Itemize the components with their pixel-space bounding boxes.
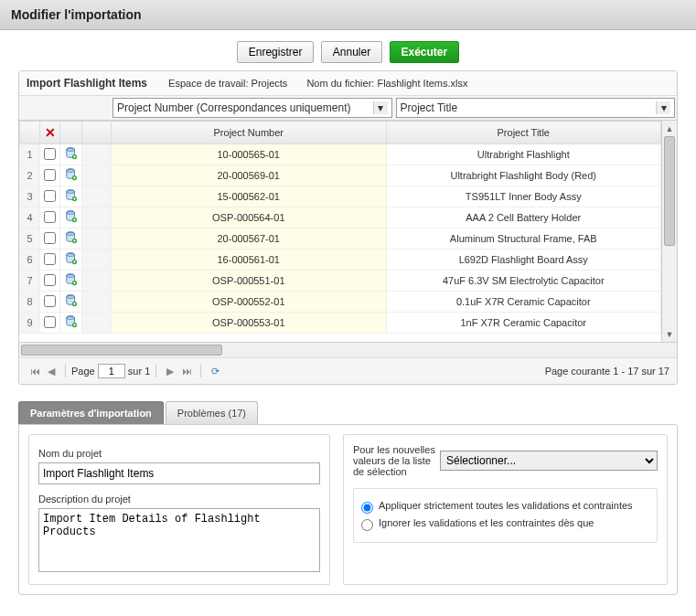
- filename-label: Nom du fichier:: [306, 78, 374, 89]
- delete-column-icon[interactable]: ✕: [45, 125, 56, 140]
- table-row[interactable]: 315-000562-01TS951LT Inner Body Assy: [20, 186, 677, 207]
- item-add-icon[interactable]: [65, 168, 78, 181]
- row-index: 3: [20, 186, 40, 207]
- tab-problems[interactable]: Problèmes (17): [166, 401, 258, 424]
- hscroll-thumb[interactable]: [21, 345, 222, 356]
- table-row[interactable]: 616-000561-01L692D Flashlight Board Assy: [20, 250, 677, 271]
- page-number-input[interactable]: [98, 364, 125, 378]
- tab-import-settings[interactable]: Paramètres d'importation: [18, 401, 164, 424]
- radio-ignore-validations[interactable]: [361, 519, 373, 531]
- row-checkbox[interactable]: [44, 211, 56, 223]
- item-add-icon[interactable]: [65, 252, 78, 265]
- table-row[interactable]: 220-000569-01Ultrabright Flashlight Body…: [20, 165, 677, 186]
- row-checkbox[interactable]: [44, 169, 56, 181]
- cell-project-title: L692D Flashlight Board Assy: [386, 250, 661, 271]
- cell-project-title: Ultrabright Flashlight: [386, 144, 661, 165]
- table-row[interactable]: 110-000565-01Ultrabright Flashlight: [20, 144, 677, 165]
- column-header-project-number[interactable]: Project Number: [112, 122, 387, 144]
- horizontal-scrollbar[interactable]: [19, 342, 677, 357]
- cell-project-number: OSP-000552-01: [112, 292, 387, 313]
- cell-project-title: AAA 2 Cell Battery Holder: [386, 207, 661, 228]
- cancel-button[interactable]: Annuler: [321, 41, 382, 63]
- pager-status: Page courante 1 - 17 sur 17: [545, 366, 669, 377]
- picklist-select[interactable]: Sélectionner...: [440, 451, 658, 471]
- page-header: Modifier l'importation: [0, 0, 696, 30]
- data-grid: ✕ Project Number Project Title 110-00056…: [19, 121, 677, 342]
- row-checkbox[interactable]: [44, 316, 56, 328]
- cell-project-title: 1nF X7R Ceramic Capacitor: [386, 313, 661, 334]
- cell-project-title: TS951LT Inner Body Assy: [386, 186, 661, 207]
- scroll-down-icon[interactable]: ▼: [662, 326, 677, 342]
- column-mapping-select-2[interactable]: Project Title ▾: [396, 98, 676, 118]
- next-page-button[interactable]: ▶: [163, 364, 177, 378]
- row-checkbox[interactable]: [44, 253, 56, 265]
- cell-project-title: Aluminum Structural Frame, FAB: [386, 228, 661, 250]
- chevron-down-icon: ▾: [656, 101, 670, 114]
- row-checkbox[interactable]: [44, 295, 56, 307]
- table-row[interactable]: 8OSP-000552-010.1uF X7R Ceramic Capacito…: [20, 292, 677, 313]
- cell-project-number: OSP-000551-01: [112, 271, 387, 292]
- radio-strict-validations[interactable]: [361, 502, 373, 514]
- page-title: Modifier l'importation: [11, 7, 685, 22]
- item-add-icon[interactable]: [65, 210, 78, 223]
- refresh-button[interactable]: ⟳: [208, 364, 222, 378]
- import-name: Import Flashlight Items: [27, 77, 147, 90]
- row-index: 8: [20, 292, 40, 313]
- row-checkbox[interactable]: [44, 274, 56, 286]
- scroll-thumb[interactable]: [664, 136, 675, 246]
- filename-value: Flashlight Items.xlsx: [377, 78, 467, 89]
- project-desc-label: Description du projet: [38, 494, 320, 504]
- vertical-scrollbar[interactable]: ▲ ▼: [661, 121, 677, 342]
- cell-project-number: 15-000562-01: [112, 186, 387, 207]
- item-add-icon[interactable]: [65, 273, 78, 286]
- item-add-icon[interactable]: [65, 294, 78, 307]
- item-add-icon[interactable]: [65, 315, 78, 328]
- row-checkbox[interactable]: [44, 232, 56, 244]
- cell-project-title: 47uF 6.3V SM Electrolytic Capacitor: [386, 271, 661, 292]
- workspace-value: Projects: [252, 78, 288, 89]
- table-row[interactable]: 520-000567-01Aluminum Structural Frame, …: [20, 228, 677, 250]
- project-desc-textarea[interactable]: Import Item Details of Flashlight Produc…: [38, 508, 320, 572]
- row-index: 1: [20, 144, 40, 165]
- row-index: 2: [20, 165, 40, 186]
- page-label-post: sur 1: [128, 366, 150, 377]
- row-index: 5: [20, 228, 40, 250]
- row-index: 6: [20, 250, 40, 271]
- column-mapping-select-1[interactable]: Project Number (Correspondances uniqueme…: [112, 98, 392, 118]
- cell-project-title: 0.1uF X7R Ceramic Capacitor: [386, 292, 661, 313]
- item-add-icon[interactable]: [65, 147, 78, 160]
- options-panel: Pour les nouvelles valeurs de la liste d…: [343, 434, 668, 585]
- save-button[interactable]: Enregistrer: [237, 41, 315, 63]
- cell-project-number: OSP-000553-01: [112, 313, 387, 334]
- table-row[interactable]: 4OSP-000564-01AAA 2 Cell Battery Holder: [20, 207, 677, 228]
- workspace-label: Espace de travail:: [168, 78, 248, 89]
- first-page-button[interactable]: ⏮: [27, 364, 42, 378]
- row-checkbox[interactable]: [44, 148, 56, 160]
- project-info-panel: Nom du projet Description du projet Impo…: [28, 434, 330, 585]
- radio-strict-label: Appliquer strictement toutes les validat…: [379, 500, 633, 511]
- item-add-icon[interactable]: [65, 231, 78, 244]
- project-name-label: Nom du projet: [38, 448, 320, 459]
- table-row[interactable]: 9OSP-000553-011nF X7R Ceramic Capacitor: [20, 313, 677, 334]
- column-header-project-title[interactable]: Project Title: [386, 122, 661, 144]
- chevron-down-icon: ▾: [373, 101, 388, 114]
- import-grid-panel: Import Flashlight Items Espace de travai…: [18, 70, 678, 385]
- panel-header: Import Flashlight Items Espace de travai…: [19, 71, 677, 96]
- prev-page-button[interactable]: ◀: [44, 364, 59, 378]
- radio-ignore-label: Ignorer les validations et les contraint…: [379, 517, 594, 528]
- item-add-icon[interactable]: [65, 189, 78, 202]
- cell-project-title: Ultrabright Flashlight Body (Red): [386, 165, 661, 186]
- last-page-button[interactable]: ⏭: [179, 364, 194, 378]
- page-label-pre: Page: [71, 366, 95, 377]
- cell-project-number: OSP-000564-01: [112, 207, 387, 228]
- validation-radio-group: Appliquer strictement toutes les validat…: [353, 488, 658, 543]
- cell-project-number: 10-000565-01: [112, 144, 387, 165]
- table-row[interactable]: 7OSP-000551-0147uF 6.3V SM Electrolytic …: [20, 271, 677, 292]
- column-mapping-row: Project Number (Correspondances uniqueme…: [19, 96, 677, 121]
- scroll-up-icon[interactable]: ▲: [662, 121, 677, 136]
- picklist-label: Pour les nouvelles valeurs de la liste d…: [353, 444, 440, 477]
- row-index: 7: [20, 271, 40, 292]
- execute-button[interactable]: Exécuter: [390, 41, 460, 63]
- project-name-input[interactable]: [38, 462, 320, 484]
- row-checkbox[interactable]: [44, 190, 56, 202]
